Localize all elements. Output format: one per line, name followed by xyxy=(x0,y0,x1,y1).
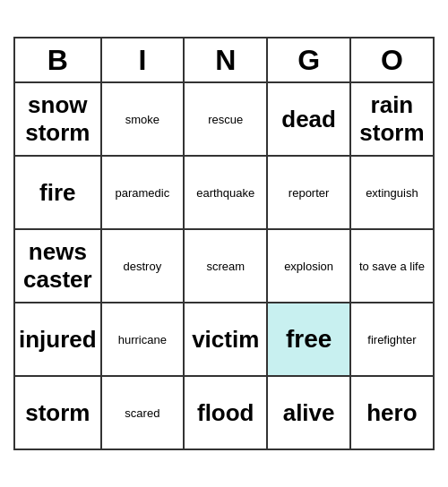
table-row: news casterdestroyscreamexplosionto save… xyxy=(14,229,434,303)
cell-r1-c0: fire xyxy=(14,156,101,229)
cell-r3-c3: free xyxy=(267,303,349,376)
cell-r0-c0: snow storm xyxy=(14,82,101,156)
header-b: B xyxy=(14,38,101,82)
cell-r2-c4: to save a life xyxy=(350,229,434,303)
bingo-card: B I N G O snow stormsmokerescuedeadrain … xyxy=(13,37,435,450)
header-g: G xyxy=(267,38,349,82)
cell-r2-c1: destroy xyxy=(101,229,184,303)
cell-r3-c4: firefighter xyxy=(350,303,434,376)
cell-r4-c3: alive xyxy=(267,376,349,449)
cell-r2-c3: explosion xyxy=(267,229,349,303)
cell-r1-c3: reporter xyxy=(267,156,349,229)
header-i: I xyxy=(101,38,184,82)
cell-r0-c2: rescue xyxy=(184,82,267,156)
cell-r4-c1: scared xyxy=(101,376,184,449)
cell-r3-c2: victim xyxy=(184,303,267,376)
cell-r2-c2: scream xyxy=(184,229,267,303)
cell-r0-c1: smoke xyxy=(101,82,184,156)
header-o: O xyxy=(350,38,434,82)
table-row: fireparamedicearthquakereporterextinguis… xyxy=(14,156,434,229)
cell-r1-c1: paramedic xyxy=(101,156,184,229)
cell-r1-c4: extinguish xyxy=(350,156,434,229)
cell-r3-c1: hurricane xyxy=(101,303,184,376)
table-row: stormscaredfloodalivehero xyxy=(14,376,434,449)
header-n: N xyxy=(184,38,267,82)
cell-r4-c0: storm xyxy=(14,376,101,449)
cell-r2-c0: news caster xyxy=(14,229,101,303)
table-row: injuredhurricanevictimfreefirefighter xyxy=(14,303,434,376)
cell-r4-c2: flood xyxy=(184,376,267,449)
cell-r0-c3: dead xyxy=(267,82,349,156)
cell-r0-c4: rain storm xyxy=(350,82,434,156)
cell-r4-c4: hero xyxy=(350,376,434,449)
table-row: snow stormsmokerescuedeadrain storm xyxy=(14,82,434,156)
cell-r3-c0: injured xyxy=(14,303,101,376)
cell-r1-c2: earthquake xyxy=(184,156,267,229)
